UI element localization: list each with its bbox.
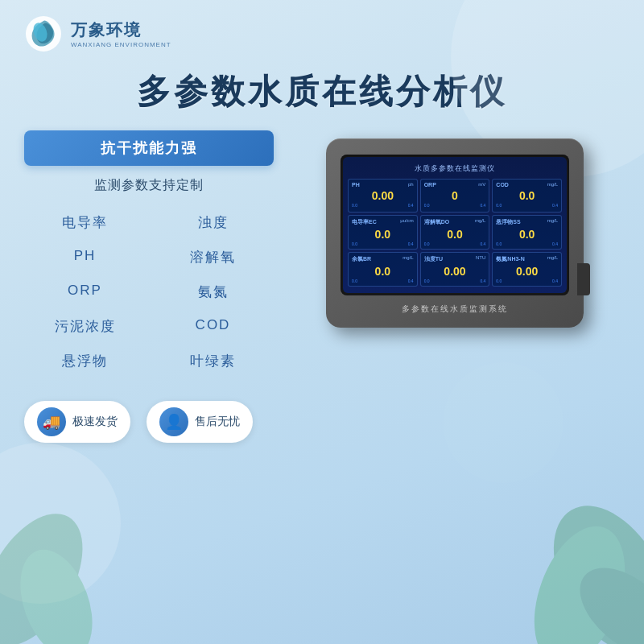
device-body: 水质多参数在线监测仪 PH ph 0.00 0.00.4 xyxy=(326,138,584,328)
service-label: 售后无忧 xyxy=(195,415,240,429)
service-icon: 👤 xyxy=(159,407,188,436)
param-cell-ss: 悬浮物SS mg/L 0.0 0.00.4 xyxy=(492,215,562,250)
param-grid-screen: PH ph 0.00 0.00.4 ORP mV 0 xyxy=(348,179,562,287)
device-label: 多参数在线水质监测系统 xyxy=(341,303,569,315)
param-cell-cod: COD mg/L 0.0 0.00.4 xyxy=(492,179,562,213)
right-panel: 水质多参数在线监测仪 PH ph 0.00 0.00.4 xyxy=(290,130,620,328)
delivery-badge: 🚚 极速发货 xyxy=(24,401,130,443)
param-item: 电导率 xyxy=(24,208,146,237)
param-cell-orp: ORP mV 0 0.00.4 xyxy=(420,179,490,213)
param-item: COD xyxy=(152,312,274,341)
param-cell-tu: 浊度TU NTU 0.00 0.00.4 xyxy=(420,252,490,287)
logo-area: 万象环境 WANXIANG ENVIRONMENT xyxy=(24,14,171,53)
param-item: PH xyxy=(24,243,146,271)
param-cell-ph: PH ph 0.00 0.00.4 xyxy=(348,179,418,213)
svg-point-1 xyxy=(517,514,642,644)
svg-point-2 xyxy=(564,551,644,644)
highlight-badge: 抗干扰能力强 xyxy=(24,130,274,166)
svg-point-0 xyxy=(530,485,644,644)
param-item: ORP xyxy=(24,278,146,306)
params-grid: 电导率 浊度 PH 溶解氧 ORP 氨氮 污泥浓度 COD 悬浮物 叶绿素 xyxy=(24,208,274,375)
left-panel: 抗干扰能力强 监测参数支持定制 电导率 浊度 PH 溶解氧 ORP 氨氮 污泥浓… xyxy=(24,130,274,451)
logo-text: 万象环境 WANXIANG ENVIRONMENT xyxy=(71,19,171,48)
param-item: 悬浮物 xyxy=(24,347,146,375)
logo-en: WANXIANG ENVIRONMENT xyxy=(71,41,171,48)
delivery-icon: 🚚 xyxy=(37,407,66,436)
screen-title: 水质多参数在线监测仪 xyxy=(348,163,562,174)
screen-bezel: 水质多参数在线监测仪 PH ph 0.00 0.00.4 xyxy=(341,155,569,295)
param-cell-br: 余氯BR mg/L 0.0 0.00.4 xyxy=(348,252,418,287)
param-item: 污泥浓度 xyxy=(24,312,146,341)
param-cell-nh3: 氨氮NH3-N mg/L 0.00 0.00.4 xyxy=(492,252,562,287)
device-screen: 水质多参数在线监测仪 PH ph 0.00 0.00.4 xyxy=(343,157,567,293)
bottom-icons: 🚚 极速发货 👤 售后无忧 xyxy=(24,401,274,451)
logo-cn: 万象环境 xyxy=(71,19,171,41)
param-item: 氨氮 xyxy=(152,278,274,306)
param-item: 溶解氧 xyxy=(152,243,274,271)
param-item: 叶绿素 xyxy=(152,347,274,375)
param-item: 浊度 xyxy=(152,208,274,237)
delivery-label: 极速发货 xyxy=(72,415,118,429)
service-badge: 👤 售后无忧 xyxy=(147,401,253,443)
logo-icon xyxy=(24,14,63,53)
param-cell-do: 溶解氧DO mg/L 0.0 0.00.4 xyxy=(420,215,490,250)
subtitle-text: 监测参数支持定制 xyxy=(24,175,274,196)
param-cell-ec: 电导率EC μu/cm 0.0 0.00.4 xyxy=(348,215,418,250)
device-cable xyxy=(577,263,590,295)
